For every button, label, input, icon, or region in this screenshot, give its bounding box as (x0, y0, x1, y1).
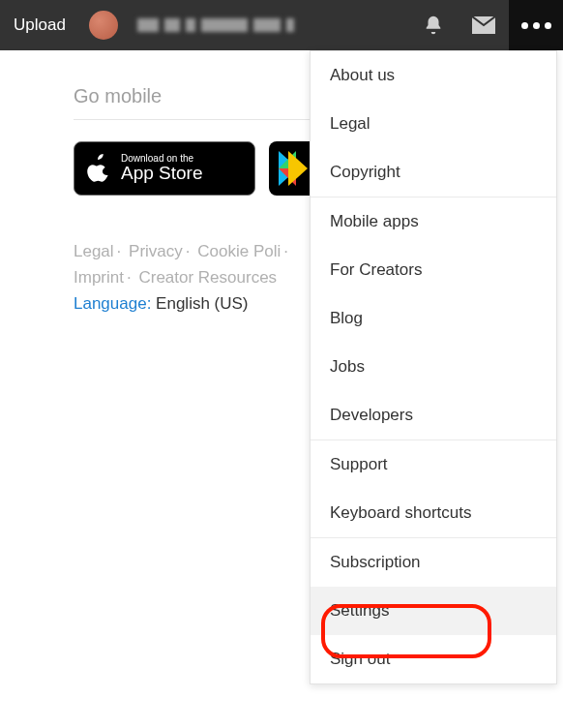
menu-item-for-creators[interactable]: For Creators (311, 246, 556, 294)
menu-item-blog[interactable]: Blog (311, 294, 556, 343)
footer-link-creator[interactable]: Creator Resources (138, 268, 277, 287)
upload-link[interactable]: Upload (14, 15, 66, 35)
ellipsis-icon (521, 22, 551, 29)
more-menu-button[interactable] (509, 0, 563, 50)
footer-link-cookie[interactable]: Cookie Poli (197, 242, 281, 260)
overflow-menu: About us Legal Copyright Mobile apps For… (310, 50, 557, 684)
google-play-icon (279, 151, 313, 186)
notifications-icon[interactable] (408, 0, 459, 50)
menu-item-subscription[interactable]: Subscription (311, 538, 556, 587)
footer-link-privacy[interactable]: Privacy (129, 242, 183, 260)
apple-icon (84, 154, 113, 183)
language-value[interactable]: English (US) (156, 294, 248, 313)
menu-item-keyboard-shortcuts[interactable]: Keyboard shortcuts (311, 489, 556, 538)
apple-badge-big-text: App Store (121, 164, 203, 184)
menu-item-copyright[interactable]: Copyright (311, 148, 556, 197)
menu-item-about-us[interactable]: About us (311, 51, 556, 100)
menu-item-developers[interactable]: Developers (311, 391, 556, 440)
footer-link-imprint[interactable]: Imprint (74, 268, 124, 287)
app-store-badge[interactable]: Download on the App Store (74, 141, 255, 196)
menu-item-jobs[interactable]: Jobs (311, 343, 556, 391)
menu-item-support[interactable]: Support (311, 440, 556, 489)
language-label[interactable]: Language: (74, 294, 151, 313)
username-redacted (137, 18, 294, 32)
top-header: Upload (0, 0, 563, 50)
menu-item-settings[interactable]: Settings (311, 587, 556, 635)
messages-icon[interactable] (459, 0, 509, 50)
menu-item-sign-out[interactable]: Sign out (311, 635, 556, 683)
menu-item-legal[interactable]: Legal (311, 100, 556, 148)
avatar[interactable] (89, 11, 118, 40)
menu-item-mobile-apps[interactable]: Mobile apps (311, 197, 556, 246)
footer-link-legal[interactable]: Legal (74, 242, 114, 260)
